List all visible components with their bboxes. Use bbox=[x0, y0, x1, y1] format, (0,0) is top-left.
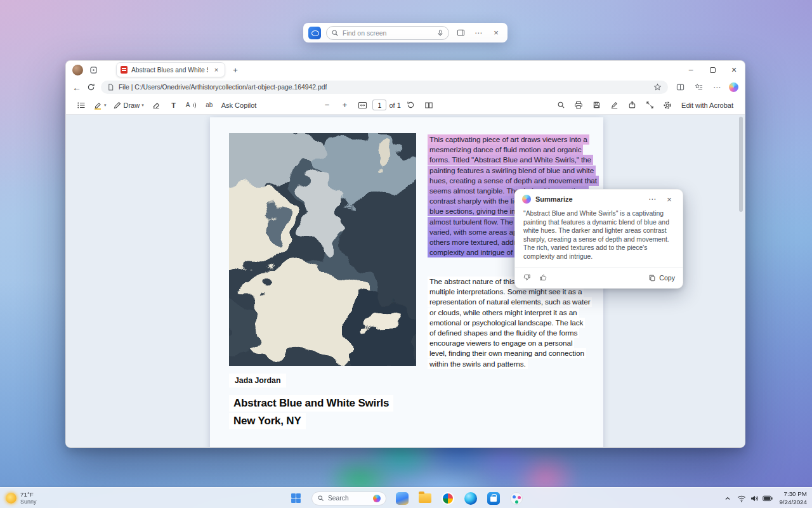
tab-close-icon[interactable]: × bbox=[212, 65, 221, 74]
body-paragraph[interactable]: The abstract nature of this piece allows… bbox=[428, 277, 591, 369]
ask-copilot-label: Ask Copilot bbox=[221, 101, 257, 109]
window-close-icon[interactable]: × bbox=[723, 61, 745, 79]
maximize-icon[interactable] bbox=[702, 61, 723, 79]
favorites-collections-icon[interactable] bbox=[692, 81, 705, 94]
table-of-contents-icon[interactable] bbox=[74, 98, 89, 112]
highlight-line: mesmerizing dance of fluid motion and or… bbox=[428, 144, 598, 154]
microphone-icon[interactable] bbox=[436, 29, 444, 37]
search-highlights-icon bbox=[373, 495, 381, 502]
save-icon[interactable] bbox=[589, 98, 604, 112]
workspaces-icon[interactable] bbox=[87, 63, 100, 76]
browser-menu-icon[interactable]: ⋯ bbox=[710, 81, 723, 94]
translate-icon[interactable]: ab bbox=[202, 98, 217, 112]
copy-label: Copy bbox=[659, 274, 675, 282]
copilot-icon[interactable] bbox=[729, 82, 738, 92]
copy-button[interactable]: Copy bbox=[648, 274, 675, 282]
profile-avatar[interactable] bbox=[72, 65, 83, 75]
page-number-input[interactable] bbox=[372, 100, 386, 110]
paint-icon[interactable] bbox=[509, 491, 523, 505]
print-icon[interactable] bbox=[571, 98, 586, 112]
address-bar[interactable]: File | C:/Users/Onedrive/Arthistorycolle… bbox=[101, 81, 668, 94]
tab-strip: Abstract Blues and White Swirls by J × +… bbox=[66, 61, 745, 79]
highlight-line: painting features a swirling blend of bl… bbox=[428, 165, 598, 175]
popup-title: Summarize bbox=[535, 195, 641, 203]
thumbs-down-icon[interactable] bbox=[523, 273, 531, 282]
pdf-file-icon bbox=[121, 66, 128, 74]
page-count-label: of 1 bbox=[389, 101, 400, 109]
file-explorer-icon[interactable] bbox=[417, 491, 432, 505]
edge-icon[interactable] bbox=[463, 491, 478, 505]
search-icon bbox=[317, 495, 324, 502]
close-icon[interactable]: × bbox=[490, 27, 502, 39]
find-on-screen-field[interactable] bbox=[326, 26, 449, 40]
draw-label: Draw bbox=[124, 101, 140, 109]
pen-icon bbox=[113, 101, 122, 110]
read-aloud-icon[interactable]: A bbox=[184, 98, 199, 112]
file-icon bbox=[107, 84, 114, 91]
highlighter-icon[interactable]: ▾ bbox=[91, 98, 108, 112]
edit-with-acrobat-button[interactable]: Edit with Acrobat bbox=[678, 98, 737, 112]
pdf-content-area: This captivating piece of art draws view… bbox=[66, 115, 745, 448]
address-bar-row: ← File | C:/Users/Onedrive/Arthistorycol… bbox=[66, 79, 745, 96]
scrollbar[interactable] bbox=[738, 117, 743, 445]
find-on-screen-bar: ⋯ × bbox=[303, 23, 508, 42]
edit-with-acrobat-label: Edit with Acrobat bbox=[681, 101, 733, 109]
new-tab-icon[interactable]: + bbox=[229, 63, 242, 76]
thumbs-up-icon[interactable] bbox=[539, 273, 547, 282]
clock-widget[interactable]: 7:30 PM 9/24/2024 bbox=[779, 490, 807, 506]
abstract-painting-image bbox=[229, 133, 416, 366]
photos-icon[interactable] bbox=[440, 491, 455, 505]
artwork-title[interactable]: Abstract Blue and White Swirls bbox=[229, 395, 393, 412]
tab-title: Abstract Blues and White Swirls by J bbox=[131, 67, 208, 74]
settings-gear-icon[interactable] bbox=[660, 98, 675, 112]
desktop-wallpaper: ⋯ × Abstract Blues and White Swirls by J… bbox=[0, 0, 812, 508]
zoom-out-icon[interactable]: − bbox=[319, 98, 334, 112]
start-button[interactable] bbox=[289, 491, 303, 505]
search-document-icon[interactable] bbox=[553, 98, 568, 112]
store-icon[interactable] bbox=[486, 491, 501, 505]
page-view-icon[interactable] bbox=[421, 98, 436, 112]
minimize-icon[interactable]: – bbox=[680, 61, 702, 79]
browser-tab[interactable]: Abstract Blues and White Swirls by J × bbox=[116, 62, 225, 77]
weather-sun-icon bbox=[6, 493, 16, 504]
taskbar-search-box[interactable]: Search bbox=[311, 492, 386, 505]
artwork-title-block: Abstract Blue and White Swirls New York,… bbox=[229, 395, 393, 431]
rotate-icon[interactable] bbox=[403, 98, 419, 112]
add-text-icon[interactable]: T bbox=[166, 98, 181, 112]
popup-footer: Copy bbox=[515, 267, 683, 288]
find-on-screen-input[interactable] bbox=[343, 29, 433, 37]
popup-more-icon[interactable]: ⋯ bbox=[646, 193, 658, 205]
weather-condition: Sunny bbox=[20, 498, 37, 505]
draw-button[interactable]: Draw ▾ bbox=[111, 98, 146, 112]
ask-copilot-button[interactable]: Ask Copilot bbox=[219, 98, 259, 112]
browser-window: Abstract Blues and White Swirls by J × +… bbox=[65, 60, 745, 448]
weather-temperature: 71°F bbox=[20, 491, 37, 498]
highlight-line: hues, creating a sense of depth and move… bbox=[428, 175, 598, 185]
zoom-in-icon[interactable]: + bbox=[337, 98, 352, 112]
artist-name[interactable]: Jada Jordan bbox=[229, 374, 286, 388]
fullscreen-icon[interactable] bbox=[642, 98, 657, 112]
favorite-star-icon[interactable] bbox=[653, 83, 662, 91]
volume-icon bbox=[750, 494, 759, 503]
artwork-location[interactable]: New York, NY bbox=[229, 413, 306, 429]
tray-time: 7:30 PM bbox=[779, 490, 807, 498]
popup-close-icon[interactable]: × bbox=[663, 193, 676, 205]
split-screen-icon[interactable] bbox=[674, 81, 686, 94]
refresh-icon[interactable] bbox=[87, 83, 95, 91]
back-icon[interactable]: ← bbox=[72, 82, 81, 93]
copilot-vision-icon bbox=[308, 27, 321, 39]
weather-widget[interactable]: 71°F Sunny bbox=[6, 490, 37, 507]
scrollbar-thumb[interactable] bbox=[739, 117, 743, 212]
tray-date: 9/24/2024 bbox=[779, 498, 807, 507]
annotate-icon[interactable] bbox=[606, 98, 622, 112]
open-in-window-icon[interactable] bbox=[454, 27, 467, 39]
more-options-icon[interactable]: ⋯ bbox=[472, 27, 485, 39]
copilot-summarize-popup: Summarize ⋯ × "Abstract Blue and White S… bbox=[514, 189, 683, 289]
fit-to-width-icon[interactable] bbox=[355, 98, 370, 112]
share-icon[interactable] bbox=[624, 98, 639, 112]
eraser-icon[interactable] bbox=[148, 98, 164, 112]
hidden-icons-chevron[interactable] bbox=[724, 495, 731, 502]
widgets-icon[interactable] bbox=[395, 491, 409, 505]
tray-status-icons[interactable] bbox=[737, 494, 773, 503]
highlight-line: forms. Titled "Abstract Blue and White S… bbox=[428, 154, 598, 164]
